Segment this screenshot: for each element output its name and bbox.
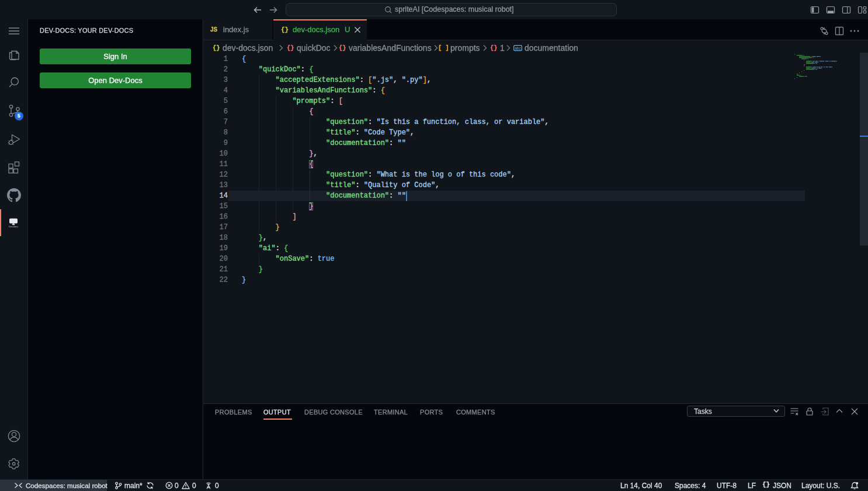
svg-text:Dev-Docs: Dev-Docs [9,226,18,228]
svg-text:abc: abc [515,46,521,50]
